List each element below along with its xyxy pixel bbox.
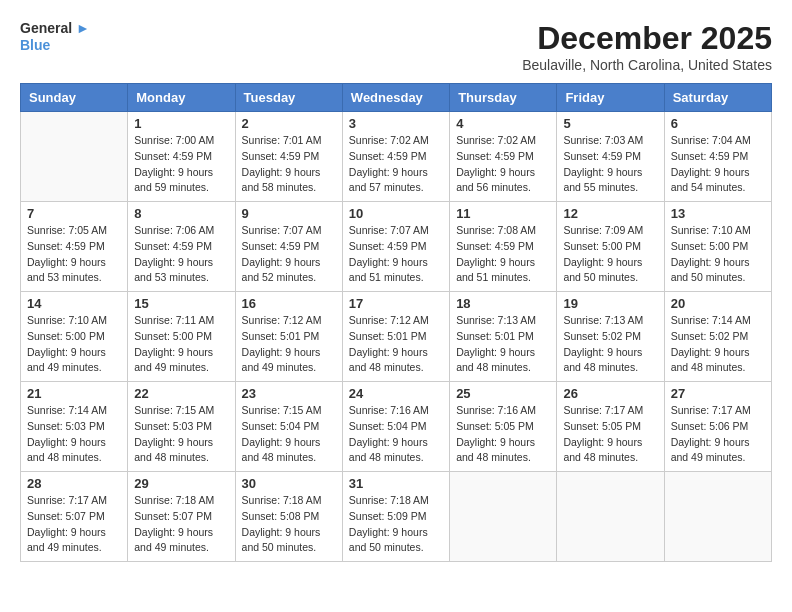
page-header: General ► Blue December 2025 Beulaville,… [20,20,772,73]
day-info: Sunrise: 7:13 AM Sunset: 5:02 PM Dayligh… [563,313,657,376]
day-info: Sunrise: 7:10 AM Sunset: 5:00 PM Dayligh… [671,223,765,286]
day-number: 15 [134,296,228,311]
day-number: 5 [563,116,657,131]
day-info: Sunrise: 7:18 AM Sunset: 5:09 PM Dayligh… [349,493,443,556]
day-info: Sunrise: 7:14 AM Sunset: 5:03 PM Dayligh… [27,403,121,466]
day-number: 23 [242,386,336,401]
day-info: Sunrise: 7:14 AM Sunset: 5:02 PM Dayligh… [671,313,765,376]
table-row: 4Sunrise: 7:02 AM Sunset: 4:59 PM Daylig… [450,112,557,202]
table-row: 11Sunrise: 7:08 AM Sunset: 4:59 PM Dayli… [450,202,557,292]
calendar-week-row: 7Sunrise: 7:05 AM Sunset: 4:59 PM Daylig… [21,202,772,292]
day-number: 25 [456,386,550,401]
table-row [664,472,771,562]
table-row: 10Sunrise: 7:07 AM Sunset: 4:59 PM Dayli… [342,202,449,292]
header-tuesday: Tuesday [235,84,342,112]
day-number: 6 [671,116,765,131]
day-info: Sunrise: 7:05 AM Sunset: 4:59 PM Dayligh… [27,223,121,286]
header-wednesday: Wednesday [342,84,449,112]
day-info: Sunrise: 7:06 AM Sunset: 4:59 PM Dayligh… [134,223,228,286]
day-info: Sunrise: 7:18 AM Sunset: 5:07 PM Dayligh… [134,493,228,556]
day-number: 7 [27,206,121,221]
day-number: 30 [242,476,336,491]
calendar-week-row: 28Sunrise: 7:17 AM Sunset: 5:07 PM Dayli… [21,472,772,562]
table-row: 29Sunrise: 7:18 AM Sunset: 5:07 PM Dayli… [128,472,235,562]
day-number: 21 [27,386,121,401]
table-row: 7Sunrise: 7:05 AM Sunset: 4:59 PM Daylig… [21,202,128,292]
table-row: 12Sunrise: 7:09 AM Sunset: 5:00 PM Dayli… [557,202,664,292]
table-row: 24Sunrise: 7:16 AM Sunset: 5:04 PM Dayli… [342,382,449,472]
table-row: 31Sunrise: 7:18 AM Sunset: 5:09 PM Dayli… [342,472,449,562]
location-title: Beulaville, North Carolina, United State… [522,57,772,73]
header-thursday: Thursday [450,84,557,112]
day-number: 9 [242,206,336,221]
table-row: 27Sunrise: 7:17 AM Sunset: 5:06 PM Dayli… [664,382,771,472]
day-number: 16 [242,296,336,311]
day-number: 4 [456,116,550,131]
day-info: Sunrise: 7:01 AM Sunset: 4:59 PM Dayligh… [242,133,336,196]
day-info: Sunrise: 7:16 AM Sunset: 5:04 PM Dayligh… [349,403,443,466]
day-info: Sunrise: 7:04 AM Sunset: 4:59 PM Dayligh… [671,133,765,196]
header-monday: Monday [128,84,235,112]
header-friday: Friday [557,84,664,112]
day-number: 2 [242,116,336,131]
calendar-week-row: 21Sunrise: 7:14 AM Sunset: 5:03 PM Dayli… [21,382,772,472]
day-info: Sunrise: 7:12 AM Sunset: 5:01 PM Dayligh… [242,313,336,376]
day-number: 17 [349,296,443,311]
day-info: Sunrise: 7:07 AM Sunset: 4:59 PM Dayligh… [242,223,336,286]
table-row: 30Sunrise: 7:18 AM Sunset: 5:08 PM Dayli… [235,472,342,562]
table-row: 16Sunrise: 7:12 AM Sunset: 5:01 PM Dayli… [235,292,342,382]
day-number: 3 [349,116,443,131]
table-row [450,472,557,562]
header-sunday: Sunday [21,84,128,112]
day-number: 26 [563,386,657,401]
header-saturday: Saturday [664,84,771,112]
day-info: Sunrise: 7:10 AM Sunset: 5:00 PM Dayligh… [27,313,121,376]
table-row: 17Sunrise: 7:12 AM Sunset: 5:01 PM Dayli… [342,292,449,382]
table-row [21,112,128,202]
table-row: 2Sunrise: 7:01 AM Sunset: 4:59 PM Daylig… [235,112,342,202]
calendar-table: Sunday Monday Tuesday Wednesday Thursday… [20,83,772,562]
logo: General ► Blue [20,20,90,54]
day-info: Sunrise: 7:02 AM Sunset: 4:59 PM Dayligh… [456,133,550,196]
table-row: 13Sunrise: 7:10 AM Sunset: 5:00 PM Dayli… [664,202,771,292]
day-info: Sunrise: 7:17 AM Sunset: 5:07 PM Dayligh… [27,493,121,556]
table-row: 28Sunrise: 7:17 AM Sunset: 5:07 PM Dayli… [21,472,128,562]
table-row: 25Sunrise: 7:16 AM Sunset: 5:05 PM Dayli… [450,382,557,472]
table-row: 8Sunrise: 7:06 AM Sunset: 4:59 PM Daylig… [128,202,235,292]
day-info: Sunrise: 7:03 AM Sunset: 4:59 PM Dayligh… [563,133,657,196]
table-row: 19Sunrise: 7:13 AM Sunset: 5:02 PM Dayli… [557,292,664,382]
day-number: 22 [134,386,228,401]
day-number: 12 [563,206,657,221]
table-row: 18Sunrise: 7:13 AM Sunset: 5:01 PM Dayli… [450,292,557,382]
table-row: 15Sunrise: 7:11 AM Sunset: 5:00 PM Dayli… [128,292,235,382]
calendar-week-row: 1Sunrise: 7:00 AM Sunset: 4:59 PM Daylig… [21,112,772,202]
month-title: December 2025 [522,20,772,57]
day-info: Sunrise: 7:13 AM Sunset: 5:01 PM Dayligh… [456,313,550,376]
day-number: 1 [134,116,228,131]
day-info: Sunrise: 7:07 AM Sunset: 4:59 PM Dayligh… [349,223,443,286]
day-number: 31 [349,476,443,491]
day-info: Sunrise: 7:15 AM Sunset: 5:04 PM Dayligh… [242,403,336,466]
day-info: Sunrise: 7:18 AM Sunset: 5:08 PM Dayligh… [242,493,336,556]
day-number: 18 [456,296,550,311]
day-info: Sunrise: 7:08 AM Sunset: 4:59 PM Dayligh… [456,223,550,286]
table-row: 21Sunrise: 7:14 AM Sunset: 5:03 PM Dayli… [21,382,128,472]
day-number: 19 [563,296,657,311]
day-info: Sunrise: 7:12 AM Sunset: 5:01 PM Dayligh… [349,313,443,376]
day-number: 11 [456,206,550,221]
weekday-header-row: Sunday Monday Tuesday Wednesday Thursday… [21,84,772,112]
table-row: 5Sunrise: 7:03 AM Sunset: 4:59 PM Daylig… [557,112,664,202]
day-info: Sunrise: 7:16 AM Sunset: 5:05 PM Dayligh… [456,403,550,466]
calendar-week-row: 14Sunrise: 7:10 AM Sunset: 5:00 PM Dayli… [21,292,772,382]
day-number: 13 [671,206,765,221]
table-row: 3Sunrise: 7:02 AM Sunset: 4:59 PM Daylig… [342,112,449,202]
day-info: Sunrise: 7:02 AM Sunset: 4:59 PM Dayligh… [349,133,443,196]
day-number: 20 [671,296,765,311]
day-number: 28 [27,476,121,491]
day-info: Sunrise: 7:17 AM Sunset: 5:06 PM Dayligh… [671,403,765,466]
table-row: 22Sunrise: 7:15 AM Sunset: 5:03 PM Dayli… [128,382,235,472]
day-info: Sunrise: 7:17 AM Sunset: 5:05 PM Dayligh… [563,403,657,466]
day-info: Sunrise: 7:15 AM Sunset: 5:03 PM Dayligh… [134,403,228,466]
day-number: 27 [671,386,765,401]
table-row: 6Sunrise: 7:04 AM Sunset: 4:59 PM Daylig… [664,112,771,202]
